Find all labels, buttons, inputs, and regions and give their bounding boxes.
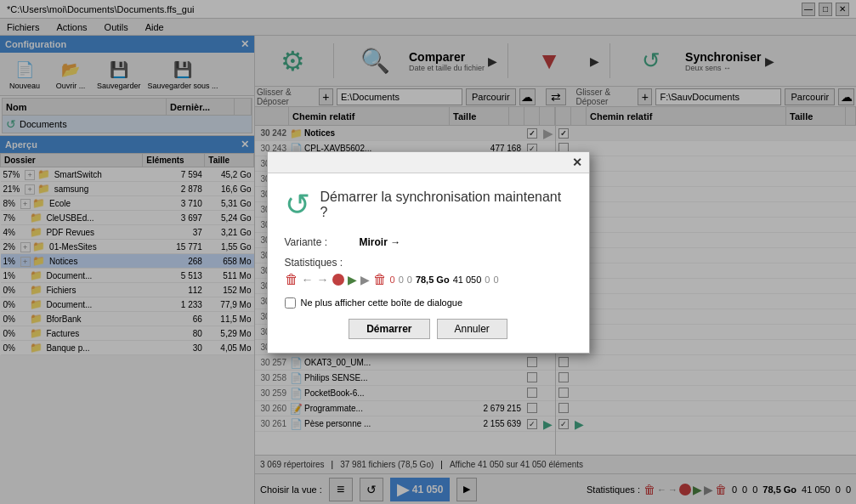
modal-stat-val5: 41 050	[453, 275, 482, 285]
demarrer-button[interactable]: Démarrer	[349, 319, 429, 339]
modal-stats-section: Statistiques : 🗑 ← → ▶ ▶ 🗑 0 0 0 78,5 Go…	[285, 257, 572, 287]
modal-stat-del2-icon: 🗑	[373, 272, 387, 287]
modal-header-row: ↺ Démarrer la synchronisation maintenant…	[285, 187, 572, 223]
modal-stats-icons: 🗑 ← → ▶ ▶ 🗑 0 0 0 78,5 Go 41 050 0 0	[285, 272, 572, 287]
modal-question-text: Démarrer la synchronisation maintenant ?	[320, 190, 572, 220]
modal-stat-val4: 78,5 Go	[416, 275, 450, 285]
modal-variante-label: Variante :	[285, 236, 353, 248]
modal-buttons: Démarrer Annuler	[285, 319, 572, 339]
modal-stat-val2: 0	[399, 275, 404, 285]
modal-sync-icon: ↺	[285, 187, 310, 223]
modal-stat-val1: 0	[390, 275, 395, 285]
modal-overlay: ✕ ↺ Démarrer la synchronisation maintena…	[0, 0, 856, 504]
sync-modal: ✕ ↺ Démarrer la synchronisation maintena…	[267, 151, 590, 354]
modal-variante-value: Miroir →	[360, 236, 401, 248]
modal-checkbox[interactable]	[285, 297, 296, 309]
modal-body: ↺ Démarrer la synchronisation maintenant…	[268, 173, 589, 353]
modal-stat-val6: 0	[485, 275, 490, 285]
modal-stat-del-icon: 🗑	[285, 272, 298, 287]
modal-stat-green-arrow: ▶	[348, 273, 357, 286]
modal-stat-circle	[332, 274, 344, 286]
modal-checkbox-row: Ne plus afficher cette boîte de dialogue	[285, 297, 572, 309]
modal-variante-row: Variante : Miroir →	[285, 236, 572, 248]
modal-stat-right-icon: →	[317, 273, 329, 286]
modal-close-button[interactable]: ✕	[572, 156, 582, 169]
modal-checkbox-label: Ne plus afficher cette boîte de dialogue	[301, 297, 463, 308]
modal-stat-val7: 0	[493, 275, 498, 285]
annuler-button[interactable]: Annuler	[437, 319, 507, 339]
modal-stats-label: Statistiques :	[285, 257, 343, 269]
modal-title-bar: ✕	[268, 152, 589, 173]
modal-stat-val3: 0	[407, 275, 412, 285]
modal-stat-left-icon: ←	[302, 273, 314, 286]
modal-stat-gray-arrow: ▶	[360, 273, 370, 286]
